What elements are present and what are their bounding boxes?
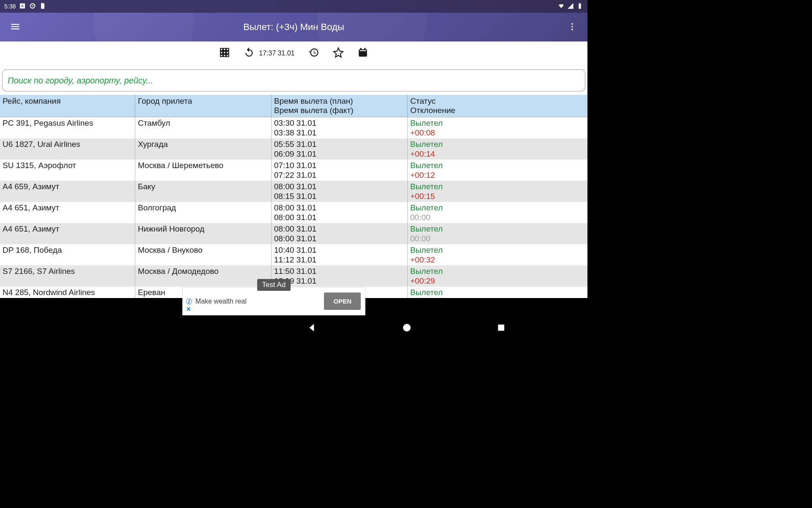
table-row[interactable]: U6 1827, Ural AirlinesХургада05:55 31.01…	[0, 138, 587, 160]
cell-city: Москва / Внуково	[135, 244, 272, 265]
sd-card-icon	[39, 3, 46, 11]
cell-status: Вылетел	[408, 287, 587, 298]
ad-banner: Test Ad i ✕ Make wealth real OPEN	[182, 287, 365, 315]
cell-city: Стамбул	[135, 117, 272, 138]
calendar-button[interactable]	[357, 47, 368, 60]
cell-time: 08:00 31.0108:00 31.01	[272, 202, 408, 223]
cell-status: Вылетел+00:32	[408, 244, 587, 265]
cell-status: Вылетел+00:14	[408, 138, 587, 160]
col-flight-label: Рейс, компания	[3, 97, 132, 106]
cell-time: 07:10 31.0107:22 31.01	[272, 160, 408, 181]
cell-status: Вылетел00:00	[408, 223, 587, 244]
svg-rect-3	[32, 5, 33, 6]
col-time-plan-label: Время вылета (план)	[274, 97, 405, 106]
col-status-label: Статус	[410, 97, 585, 106]
grid-icon	[219, 47, 230, 60]
history-icon	[308, 47, 319, 60]
nav-back-button[interactable]	[306, 322, 317, 334]
svg-rect-15	[498, 324, 505, 331]
cell-time: 03:30 31.0103:38 31.01	[272, 117, 408, 138]
favorite-button[interactable]	[333, 47, 344, 60]
flights-table: Рейс, компания Город прилета Время вылет…	[0, 95, 587, 298]
cell-status: Вылетел+00:12	[408, 160, 587, 181]
svg-rect-13	[359, 50, 366, 51]
cell-city: Волгоград	[135, 202, 272, 223]
col-time: Время вылета (план) Время вылета (факт)	[272, 95, 408, 117]
cell-flight: S7 2166, S7 Airlines	[0, 265, 135, 287]
replay-icon	[244, 47, 255, 60]
letterbox	[0, 341, 587, 367]
cell-status: Вылетел00:00	[408, 202, 587, 223]
nav-home-button[interactable]	[402, 323, 412, 334]
keyboard-icon: A	[19, 3, 26, 11]
cell-time: 08:00 31.0108:15 31.01	[272, 181, 408, 202]
cell-city: Москва / Домодедово	[135, 265, 272, 287]
cell-city: Москва / Шереметьево	[135, 160, 272, 181]
calendar-icon	[357, 47, 368, 60]
table-row[interactable]: SU 1315, АэрофлотМосква / Шереметьево07:…	[0, 160, 587, 181]
svg-text:A: A	[21, 4, 24, 8]
ad-text: Make wealth real	[195, 298, 247, 305]
refresh-time-button[interactable]: 17:37 31.01	[244, 47, 295, 60]
toolbar: 17:37 31.01	[0, 41, 587, 65]
cell-flight: DP 168, Победа	[0, 244, 135, 265]
page-title: Вылет: (+3ч) Мин Воды	[243, 22, 344, 33]
app-bar: Вылет: (+3ч) Мин Воды	[0, 13, 587, 41]
home-icon	[402, 328, 412, 334]
menu-button[interactable]	[8, 19, 23, 35]
cell-time: 05:55 31.0106:09 31.01	[272, 138, 408, 160]
refresh-time-label: 17:37 31.01	[259, 50, 295, 57]
svg-rect-4	[579, 3, 581, 8]
grid-view-button[interactable]	[219, 47, 230, 60]
cell-flight: SU 1315, Аэрофлот	[0, 160, 135, 181]
table-row[interactable]: A4 659, АзимутБаку08:00 31.0108:15 31.01…	[0, 181, 587, 202]
table-row[interactable]: A4 651, АзимутНижний Новгород08:00 31.01…	[0, 223, 587, 244]
status-time: 5:38	[4, 3, 16, 10]
cell-flight: U6 1827, Ural Airlines	[0, 138, 135, 160]
cell-flight: A4 659, Азимут	[0, 181, 135, 202]
cell-flight: PC 391, Pegasus Airlines	[0, 117, 135, 138]
cell-time: 08:00 31.0108:00 31.01	[272, 223, 408, 244]
wifi-icon	[558, 3, 565, 11]
svg-point-7	[571, 26, 573, 28]
col-deviation-label: Отклонение	[410, 106, 585, 115]
android-status-bar: 5:38 A	[0, 0, 587, 13]
cell-time: 10:40 31.0111:12 31.01	[272, 244, 408, 265]
table-row[interactable]: A4 651, АзимутВолгоград08:00 31.0108:00 …	[0, 202, 587, 223]
android-nav-bar	[0, 315, 587, 341]
col-status: Статус Отклонение	[408, 95, 587, 117]
cell-city: Хургада	[135, 138, 272, 160]
history-button[interactable]	[308, 47, 319, 60]
more-vert-icon	[568, 22, 577, 33]
table-row[interactable]: PC 391, Pegasus AirlinesСтамбул03:30 31.…	[0, 117, 587, 138]
recent-icon	[497, 327, 506, 334]
cell-status: Вылетел+00:15	[408, 181, 587, 202]
cell-flight: A4 651, Азимут	[0, 202, 135, 223]
overflow-menu-button[interactable]	[565, 19, 580, 35]
star-icon	[333, 47, 344, 60]
svg-point-6	[571, 23, 573, 25]
cell-time: 11:50 31.0112:19 31.01	[272, 265, 408, 287]
data-saver-icon	[29, 3, 36, 11]
cell-status: Вылетел+00:08	[408, 117, 587, 138]
col-city-label: Город прилета	[138, 97, 269, 106]
info-icon[interactable]: i	[186, 298, 192, 304]
hamburger-icon	[10, 21, 21, 33]
svg-point-8	[571, 28, 573, 30]
ad-badge: Test Ad	[257, 279, 291, 291]
battery-icon	[576, 3, 583, 11]
back-icon	[306, 328, 317, 334]
table-header: Рейс, компания Город прилета Время вылет…	[0, 95, 587, 117]
nav-recent-button[interactable]	[497, 323, 506, 334]
svg-point-14	[403, 324, 411, 331]
signal-icon	[567, 3, 574, 11]
ad-open-button[interactable]: OPEN	[324, 293, 361, 310]
close-ad-icon[interactable]: ✕	[186, 306, 191, 312]
table-row[interactable]: DP 168, ПобедаМосква / Внуково10:40 31.0…	[0, 244, 587, 265]
svg-rect-5	[579, 3, 581, 4]
cell-city: Баку	[135, 181, 272, 202]
table-row[interactable]: S7 2166, S7 AirlinesМосква / Домодедово1…	[0, 265, 587, 287]
search-input[interactable]	[2, 69, 585, 91]
search-container	[0, 65, 587, 95]
col-time-fact-label: Время вылета (факт)	[274, 106, 405, 115]
